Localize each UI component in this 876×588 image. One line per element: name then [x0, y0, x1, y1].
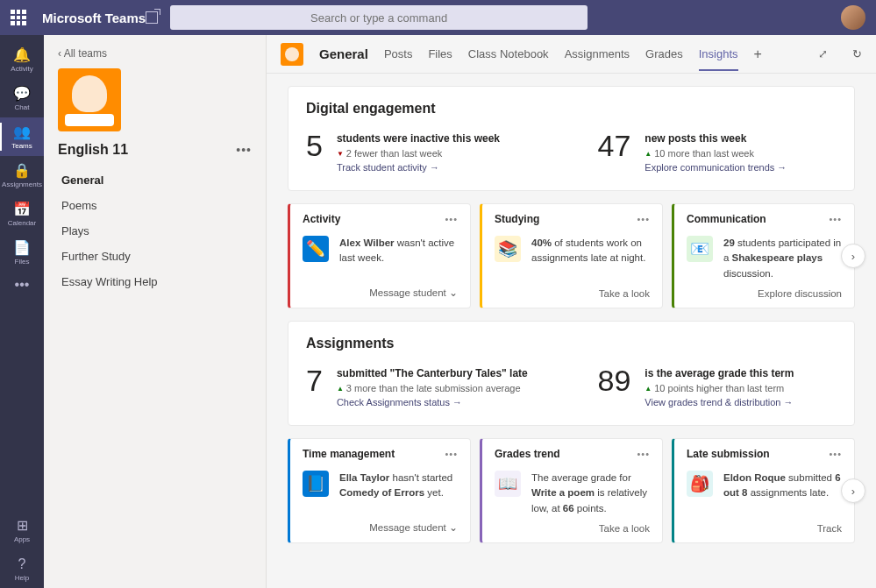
search-input[interactable] — [170, 5, 588, 30]
expand-icon[interactable]: ⤢ — [818, 47, 828, 60]
card-title: Communication — [687, 213, 766, 225]
card-text: Eldon Roque submitted 6 out 8 assignment… — [723, 471, 842, 516]
assignments-title: Assignments — [306, 336, 837, 351]
card-icon: 📘 — [303, 471, 329, 497]
tab-grades[interactable]: Grades — [645, 37, 683, 71]
scroll-next-icon[interactable]: › — [841, 478, 865, 503]
metric: 47new posts this week10 more than last w… — [598, 131, 837, 173]
metric-link[interactable]: Explore communication trends — [645, 162, 787, 173]
waffle-icon[interactable] — [11, 10, 26, 25]
insight-card-time-management: Time management•••📘Ella Taylor hasn't st… — [288, 438, 471, 543]
insight-cards-row-1: Activity•••✏️Alex Wilber wasn't active l… — [288, 203, 855, 308]
channel-general[interactable]: General — [58, 168, 252, 192]
metric-number: 47 — [598, 131, 631, 173]
metric-delta: 10 more than last week — [645, 148, 787, 159]
topbar: Microsoft Teams — [0, 0, 876, 35]
tab-posts[interactable]: Posts — [384, 37, 413, 71]
rail-calendar[interactable]: 📅Calendar — [0, 195, 44, 233]
channel-list: GeneralPoemsPlaysFurther StudyEssay Writ… — [58, 168, 252, 294]
rail-more-icon[interactable]: ••• — [15, 277, 30, 293]
team-more-icon[interactable]: ••• — [236, 143, 252, 157]
calendar-icon: 📅 — [13, 201, 31, 217]
card-action[interactable]: Message student — [303, 287, 458, 299]
card-more-icon[interactable]: ••• — [445, 214, 458, 224]
card-text: 40% of students work on assignments late… — [531, 236, 650, 281]
rail-files[interactable]: 📄Files — [0, 233, 44, 272]
insight-cards-row-2: Time management•••📘Ella Taylor hasn't st… — [288, 438, 855, 543]
assignments-card: Assignments 7submitted "The Canterbury T… — [288, 321, 855, 426]
card-action[interactable]: Message student — [303, 521, 458, 534]
card-action[interactable]: Explore discussion — [687, 288, 842, 299]
team-avatar[interactable] — [58, 68, 121, 131]
rail-apps[interactable]: ⊞Apps — [0, 511, 44, 549]
channel-plays[interactable]: Plays — [58, 219, 252, 243]
app-title: Microsoft Teams — [42, 11, 146, 25]
insight-card-communication: Communication•••📧29 students participate… — [672, 203, 855, 308]
metric-link[interactable]: Track student activity — [337, 162, 500, 173]
metric-link[interactable]: Check Assignments status — [337, 397, 528, 407]
tab-class-notebook[interactable]: Class Notebook — [468, 37, 549, 71]
metric: 89is the average grade this term10 point… — [598, 365, 837, 407]
rail-help[interactable]: ?Help — [0, 549, 44, 588]
refresh-icon[interactable]: ↻ — [852, 47, 862, 60]
card-title: Studying — [495, 213, 539, 225]
files-icon: 📄 — [13, 239, 31, 256]
team-name: English 11 — [58, 142, 128, 158]
activity-icon: 🔔 — [13, 46, 31, 63]
popout-icon[interactable] — [146, 11, 158, 24]
card-icon: 🎒 — [687, 471, 713, 497]
card-action[interactable]: Track — [687, 523, 842, 534]
card-action[interactable]: Take a look — [495, 288, 650, 299]
tab-bar: General PostsFilesClass NotebookAssignme… — [267, 35, 876, 74]
tab-assignments[interactable]: Assignments — [565, 37, 630, 71]
assignments-icon: 🔒 — [13, 162, 31, 179]
help-icon: ? — [18, 556, 26, 572]
card-text: Ella Taylor hasn't started Comedy of Err… — [339, 471, 458, 514]
add-tab-icon[interactable]: + — [754, 46, 762, 62]
channel-name: General — [319, 46, 368, 61]
app-rail: 🔔Activity💬Chat👥Teams🔒Assignments📅Calenda… — [0, 35, 44, 588]
metric: 7submitted "The Canterbury Tales" late3 … — [306, 365, 545, 407]
card-text: Alex Wilber wasn't active last week. — [339, 236, 458, 280]
user-avatar[interactable] — [841, 5, 865, 30]
rail-assignments[interactable]: 🔒Assignments — [0, 156, 44, 195]
tab-insights[interactable]: Insights — [699, 37, 738, 71]
card-more-icon[interactable]: ••• — [637, 449, 650, 459]
digital-engagement-title: Digital engagement — [306, 101, 837, 117]
card-icon: ✏️ — [303, 236, 329, 262]
metric-link[interactable]: View grades trend & distribution — [645, 397, 794, 407]
channel-icon — [281, 43, 303, 66]
metric-delta: 2 fewer than last week — [337, 148, 500, 159]
card-icon: 📖 — [495, 471, 521, 497]
teams-icon: 👥 — [13, 124, 31, 140]
scroll-next-icon[interactable]: › — [841, 244, 865, 268]
metric-label: is the average grade this term — [645, 367, 794, 379]
rail-activity[interactable]: 🔔Activity — [0, 40, 44, 79]
back-all-teams[interactable]: ‹ All teams — [58, 47, 252, 60]
rail-teams[interactable]: 👥Teams — [0, 117, 44, 156]
metric-label: submitted "The Canterbury Tales" late — [337, 367, 528, 379]
card-more-icon[interactable]: ••• — [829, 214, 842, 224]
metric-delta: 3 more than the late submission average — [337, 383, 528, 393]
card-more-icon[interactable]: ••• — [445, 449, 458, 459]
card-action[interactable]: Take a look — [495, 523, 650, 534]
card-more-icon[interactable]: ••• — [829, 449, 842, 459]
metric-number: 7 — [306, 365, 323, 407]
channel-further-study[interactable]: Further Study — [58, 244, 252, 268]
rail-chat[interactable]: 💬Chat — [0, 79, 44, 117]
metric-label: students were inactive this week — [337, 132, 500, 145]
card-title: Time management — [303, 448, 395, 460]
team-sidebar: ‹ All teams English 11 ••• GeneralPoemsP… — [44, 35, 267, 588]
channel-poems[interactable]: Poems — [58, 194, 252, 217]
card-text: 29 students participated in a Shakespear… — [723, 236, 842, 281]
tab-files[interactable]: Files — [428, 37, 452, 71]
insight-card-activity: Activity•••✏️Alex Wilber wasn't active l… — [288, 203, 471, 308]
metric-delta: 10 points higher than last term — [645, 383, 794, 393]
card-more-icon[interactable]: ••• — [637, 214, 650, 224]
card-title: Activity — [303, 213, 340, 225]
insight-card-late-submission: Late submission•••🎒Eldon Roque submitted… — [672, 438, 855, 543]
search-wrap — [170, 5, 588, 30]
apps-icon: ⊞ — [17, 517, 28, 534]
metric: 5students were inactive this week2 fewer… — [306, 131, 545, 173]
channel-essay-writing-help[interactable]: Essay Writing Help — [58, 270, 252, 294]
